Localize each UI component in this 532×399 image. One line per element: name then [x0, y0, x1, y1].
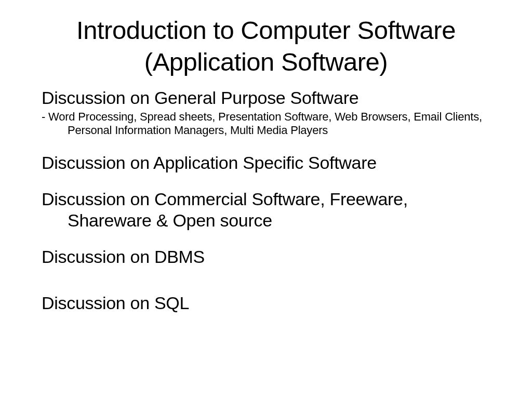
topic-general-purpose: Discussion on General Purpose Software	[42, 88, 496, 108]
subtopic-general-purpose: - Word Processing, Spread sheets, Presen…	[42, 110, 496, 138]
slide-content: Discussion on General Purpose Software -…	[36, 88, 496, 314]
topic-application-specific: Discussion on Application Specific Softw…	[42, 153, 496, 173]
slide-title: Introduction to Computer Software (Appli…	[36, 15, 496, 78]
topic-commercial: Discussion on Commercial Software, Freew…	[42, 189, 496, 231]
topic-dbms: Discussion on DBMS	[42, 247, 496, 267]
topic-sql: Discussion on SQL	[42, 293, 496, 313]
presentation-slide: Introduction to Computer Software (Appli…	[0, 0, 532, 399]
